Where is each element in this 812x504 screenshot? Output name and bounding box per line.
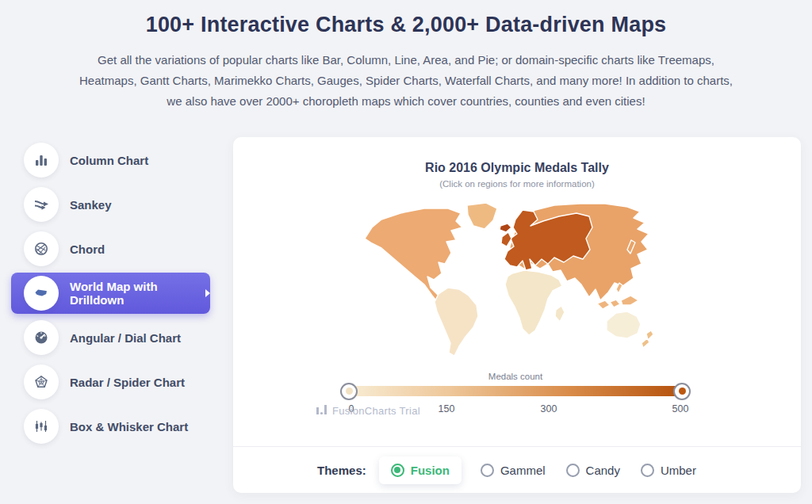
map-region-new-guinea[interactable] xyxy=(621,296,638,305)
map-region-iceland[interactable] xyxy=(500,223,511,232)
radar-icon xyxy=(24,365,59,399)
sidebar-item-chord[interactable]: Chord xyxy=(11,228,210,269)
theme-option-umber[interactable]: Umber xyxy=(641,464,696,477)
theme-option-gammel[interactable]: Gammel xyxy=(481,464,546,477)
legend-tick: 300 xyxy=(541,403,557,414)
map-region-africa[interactable] xyxy=(505,270,562,335)
chevron-right-icon xyxy=(205,289,210,297)
sidebar-item-radar-spider-chart[interactable]: Radar / Spider Chart xyxy=(11,361,210,403)
sidebar-item-label: Radar / Spider Chart xyxy=(70,376,185,389)
chord-icon xyxy=(24,231,59,266)
legend-min-knob xyxy=(340,383,358,400)
sidebar-item-label: Sankey xyxy=(70,198,112,212)
theme-option-label: Gammel xyxy=(500,464,546,477)
theme-option-label: Candy xyxy=(586,464,620,477)
chart-type-sidebar: Column Chart Sankey Chord xyxy=(11,139,210,450)
sidebar-item-label: Chord xyxy=(70,242,105,256)
chart-card: Rio 2016 Olympic Medals Tally (Click on … xyxy=(233,137,801,493)
themes-row: Themes: Fusion Gammel Candy Umber xyxy=(233,447,801,493)
page-subtitle: Get all the variations of popular charts… xyxy=(77,50,735,111)
legend-tick: 500 xyxy=(672,403,689,414)
legend-tick: 150 xyxy=(439,403,455,414)
map-region-greenland[interactable] xyxy=(467,203,497,229)
theme-option-label: Fusion xyxy=(411,464,450,477)
theme-option-candy[interactable]: Candy xyxy=(566,464,620,477)
sidebar-item-angular-dial-chart[interactable]: Angular / Dial Chart xyxy=(11,317,210,358)
fusioncharts-logo-icon xyxy=(316,403,327,418)
page: 100+ Interactive Charts & 2,000+ Data-dr… xyxy=(0,0,812,504)
box-whisker-icon xyxy=(24,409,59,444)
sankey-icon xyxy=(24,187,59,222)
map-region-southeast-asia[interactable] xyxy=(610,300,620,307)
sidebar-item-label: Box & Whisker Chart xyxy=(70,420,188,433)
themes-label: Themes: xyxy=(317,464,366,477)
map-region-united-kingdom[interactable] xyxy=(501,232,511,246)
map-region-new-zealand[interactable] xyxy=(642,338,649,348)
map-region-madagascar[interactable] xyxy=(555,306,565,322)
radio-checked-icon[interactable] xyxy=(391,464,404,477)
radio-unchecked-icon[interactable] xyxy=(566,464,580,477)
radio-unchecked-icon[interactable] xyxy=(481,464,494,477)
world-map-icon xyxy=(24,276,59,311)
page-title: 100+ Interactive Charts & 2,000+ Data-dr… xyxy=(0,13,812,37)
fusioncharts-trial-watermark[interactable]: FusionCharts Trial xyxy=(316,403,420,418)
sidebar-item-world-map-drilldown[interactable]: World Map with Drilldown xyxy=(11,273,210,314)
chart-subtitle: (Click on regions for more information) xyxy=(233,179,801,189)
theme-option-fusion[interactable]: Fusion xyxy=(379,456,462,484)
sidebar-item-label: Column Chart xyxy=(70,154,148,167)
column-chart-icon xyxy=(24,143,59,178)
legend-label: Medals count xyxy=(488,372,542,381)
sidebar-item-column-chart[interactable]: Column Chart xyxy=(11,139,210,181)
sidebar-item-sankey[interactable]: Sankey xyxy=(11,184,210,225)
sidebar-item-box-whisker-chart[interactable]: Box & Whisker Chart xyxy=(11,406,210,447)
legend-max-knob xyxy=(673,383,691,400)
map-region-south-america[interactable] xyxy=(435,288,478,356)
map-region-australia[interactable] xyxy=(607,311,641,338)
legend-gradient-bar xyxy=(349,386,682,396)
map-region-southeast-asia[interactable] xyxy=(597,300,610,309)
radio-unchecked-icon[interactable] xyxy=(641,464,654,477)
chart-title: Rio 2016 Olympic Medals Tally xyxy=(233,161,801,175)
gauge-icon xyxy=(24,320,59,355)
theme-option-label: Umber xyxy=(661,464,696,477)
world-map[interactable] xyxy=(354,200,665,359)
sidebar-item-label: World Map with Drilldown xyxy=(70,280,197,307)
sidebar-item-label: Angular / Dial Chart xyxy=(70,331,181,345)
watermark-text: FusionCharts Trial xyxy=(332,405,420,417)
